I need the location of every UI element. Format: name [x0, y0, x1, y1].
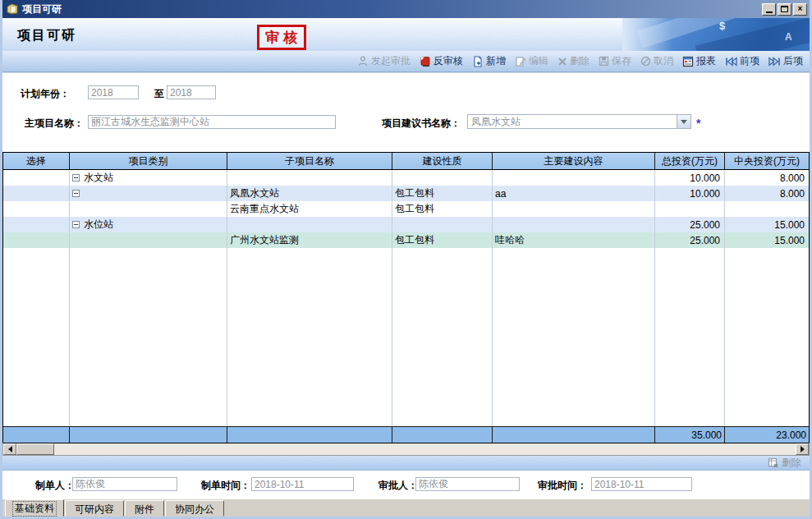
edit-icon — [515, 56, 526, 67]
delete-button[interactable]: 删除 — [557, 54, 590, 68]
audit-stamp: 审核 — [257, 25, 306, 50]
required-marker: * — [696, 117, 700, 130]
tab-base-info[interactable]: 基础资料 — [5, 499, 64, 517]
close-icon: × — [798, 5, 803, 13]
tab-collaboration-label: 协同办公 — [173, 503, 216, 517]
plan-year-label: 计划年份： — [21, 87, 70, 101]
cancel-icon — [640, 56, 651, 67]
tab-feasibility-content-label: 可研内容 — [73, 503, 116, 517]
chevron-down-icon — [681, 120, 687, 124]
main-project-label: 主项目名称： — [25, 117, 84, 131]
tree-collapse-icon[interactable] — [72, 221, 80, 228]
tab-base-info-label: 基础资料 — [13, 502, 56, 516]
header-central[interactable]: 中央投资(万元) — [725, 153, 809, 169]
decoration-fade — [622, 18, 672, 51]
header-category[interactable]: 项目类别 — [70, 153, 227, 169]
header-select[interactable]: 选择 — [3, 153, 70, 169]
approve-time-label: 审批时间： — [538, 479, 587, 493]
prev-label: 前项 — [740, 54, 759, 68]
minimize-icon — [766, 11, 773, 13]
proposal-dropdown-button[interactable] — [677, 115, 690, 128]
maximize-icon — [781, 6, 788, 12]
main-project-input[interactable] — [88, 115, 336, 129]
grid-row[interactable]: 水位站 25.000 15.000 — [3, 217, 809, 232]
report-label: 报表 — [696, 54, 716, 68]
proposal-value: 凤凰水文站 — [468, 115, 677, 129]
creator-input[interactable] — [72, 477, 177, 491]
tab-attachments[interactable]: 附件 — [125, 500, 164, 517]
scroll-left-icon — [8, 446, 12, 452]
total-investment-sum: 35.000 — [655, 427, 725, 443]
app-icon — [7, 3, 19, 15]
footer-delete-button[interactable]: 删除 — [782, 456, 801, 470]
footer-toolbar: 删除 — [2, 456, 810, 471]
tab-attachments-label: 附件 — [133, 503, 156, 517]
maximize-button[interactable] — [778, 3, 791, 16]
anti-audit-icon — [420, 56, 431, 67]
plan-year-to-input[interactable] — [167, 85, 216, 99]
plan-year-from-input[interactable] — [88, 85, 139, 99]
edit-label: 编辑 — [529, 54, 548, 68]
horizontal-scrollbar[interactable] — [2, 443, 810, 456]
edit-button[interactable]: 编辑 — [515, 54, 548, 68]
main-toolbar: 发起审批 反审核 新增 编辑 删除 保存 取消 报表 — [2, 51, 810, 72]
grid-row-selected[interactable]: 广州水文站监测 包工包料 哇哈哈 25.000 15.000 — [3, 232, 809, 248]
grid-row[interactable]: 云南重点水文站 包工包料 — [3, 201, 809, 217]
add-button[interactable]: 新增 — [472, 54, 506, 68]
tree-collapse-icon[interactable] — [72, 190, 80, 197]
base-info-form: 计划年份： 至 主项目名称： 项目建议书名称： 凤凰水文站 * — [2, 72, 810, 152]
tree-collapse-icon[interactable] — [72, 174, 80, 181]
next-label: 后项 — [783, 54, 803, 68]
tree-node — [72, 190, 84, 197]
approver-label: 审批人： — [378, 479, 418, 493]
window-title: 项目可研 — [22, 2, 760, 16]
start-approval-button[interactable]: 发起审批 — [358, 54, 411, 68]
category-label: 水文站 — [84, 171, 113, 185]
minimize-button[interactable] — [762, 3, 776, 16]
subproject-grid: 选择 项目类别 子项目名称 建设性质 主要建设内容 总投资(万元) 中央投资(万… — [2, 152, 810, 443]
prev-button[interactable]: 前项 — [725, 54, 759, 68]
scrollbar-thumb[interactable] — [16, 443, 54, 455]
report-button[interactable]: 报表 — [682, 54, 716, 68]
next-icon — [768, 57, 781, 67]
create-time-label: 制单时间： — [201, 479, 250, 493]
category-label: 水位站 — [84, 218, 113, 232]
report-icon — [682, 56, 694, 67]
cancel-button[interactable]: 取消 — [640, 54, 673, 68]
save-icon — [599, 56, 609, 67]
person-icon — [358, 56, 369, 67]
create-time-input[interactable] — [251, 477, 354, 491]
save-button[interactable]: 保存 — [599, 54, 631, 68]
tree-node: 水文站 — [72, 171, 113, 185]
proposal-combobox[interactable]: 凤凰水文站 — [467, 114, 691, 129]
proposal-label: 项目建议书名称： — [382, 117, 461, 131]
scrollbar-track[interactable] — [54, 443, 796, 455]
bottom-tab-bar: 基础资料 可研内容 附件 协同办公 — [2, 498, 810, 517]
prev-icon — [725, 57, 737, 67]
grid-row[interactable]: 水文站 10.000 8.000 — [3, 170, 809, 186]
header-subproject[interactable]: 子项目名称 — [227, 153, 392, 169]
approve-time-input[interactable] — [591, 477, 692, 491]
tab-feasibility-content[interactable]: 可研内容 — [65, 500, 124, 517]
scroll-left-button[interactable] — [3, 443, 16, 455]
next-button[interactable]: 后项 — [768, 54, 803, 68]
scroll-right-button[interactable] — [796, 443, 809, 455]
letter-a-glyph: A — [785, 31, 792, 43]
page-title: 项目可研 — [17, 27, 76, 44]
tab-collaboration[interactable]: 协同办公 — [165, 500, 224, 517]
close-button[interactable]: × — [793, 3, 807, 16]
header-content[interactable]: 主要建设内容 — [493, 153, 655, 169]
header-total[interactable]: 总投资(万元) — [655, 153, 725, 169]
creator-label: 制单人： — [35, 479, 75, 493]
grid-row[interactable]: 凤凰水文站 包工包料 aa 10.000 8.000 — [3, 186, 809, 201]
tree-node: 水位站 — [72, 218, 113, 232]
header-nature[interactable]: 建设性质 — [392, 153, 493, 169]
cancel-label: 取消 — [654, 54, 673, 68]
to-label: 至 — [154, 87, 164, 101]
app-window: 项目可研 × 项目可研 审核 $ A 发起审批 反审核 新增 编辑 — [0, 0, 812, 519]
approver-input[interactable] — [415, 477, 520, 491]
anti-audit-button[interactable]: 反审核 — [420, 54, 463, 68]
delete-label: 删除 — [570, 54, 590, 68]
footer-delete-icon — [768, 457, 778, 468]
grid-total-row: 35.000 23.000 — [3, 426, 809, 443]
